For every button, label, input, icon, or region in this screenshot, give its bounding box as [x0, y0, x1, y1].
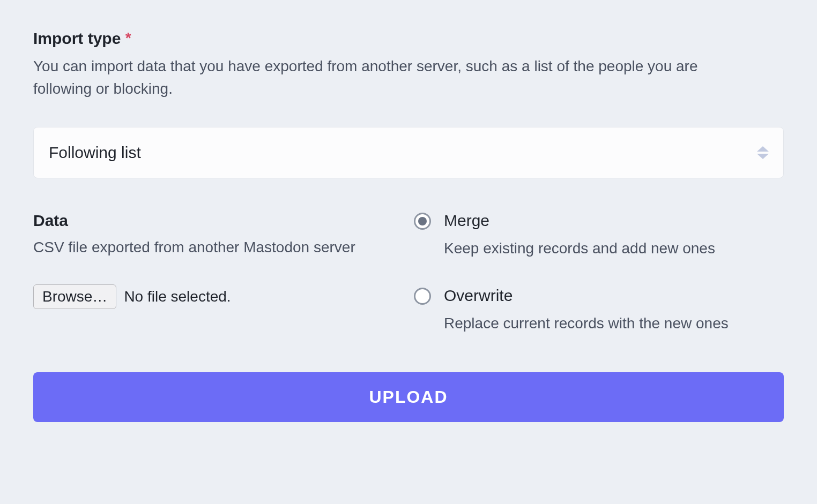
import-type-label: Import type * [33, 29, 784, 48]
required-asterisk: * [125, 29, 131, 46]
import-type-select[interactable]: Following list [33, 127, 784, 178]
import-type-select-wrapper: Following list [33, 127, 784, 178]
merge-description: Keep existing records and add new ones [444, 237, 784, 260]
overwrite-description: Replace current records with the new one… [444, 312, 784, 335]
file-picker: Browse… No file selected. [33, 284, 392, 309]
overwrite-radio[interactable] [414, 288, 431, 305]
data-label: Data [33, 212, 392, 230]
file-status-text: No file selected. [124, 288, 231, 305]
merge-title: Merge [444, 212, 784, 230]
data-description: CSV file exported from another Mastodon … [33, 236, 392, 259]
upload-button[interactable]: UPLOAD [33, 372, 784, 422]
import-type-description: You can import data that you have export… [33, 55, 736, 100]
merge-option[interactable]: Merge Keep existing records and add new … [414, 212, 784, 260]
browse-button[interactable]: Browse… [33, 284, 116, 309]
overwrite-title: Overwrite [444, 287, 784, 305]
overwrite-option[interactable]: Overwrite Replace current records with t… [414, 287, 784, 335]
merge-radio[interactable] [414, 213, 431, 230]
